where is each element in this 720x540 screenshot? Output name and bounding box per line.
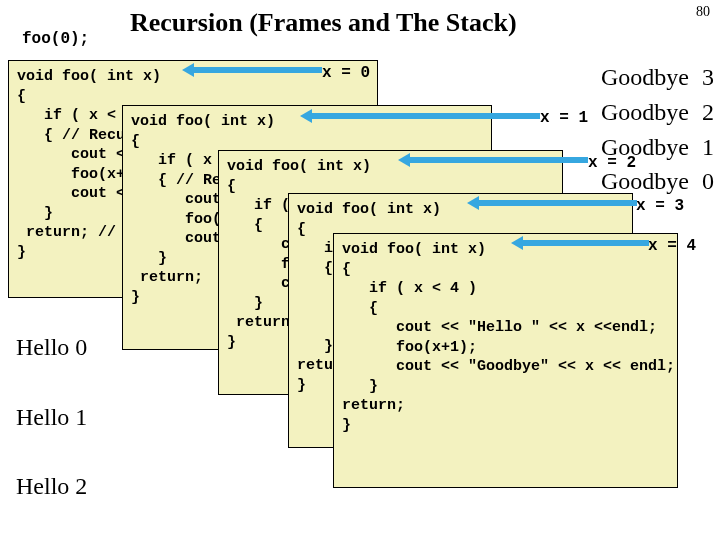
frame-1-x-label: x = 1 — [540, 109, 588, 127]
output-hello: Hello 0 Hello 1 Hello 2 Hello 3 — [16, 330, 87, 540]
page-number: 80 — [696, 4, 710, 20]
frame-3-x-label: x = 3 — [636, 197, 684, 215]
stack-frame-4: void foo( int x) { if ( x < 4 ) { cout <… — [333, 233, 678, 488]
slide-title: Recursion (Frames and The Stack) — [130, 8, 517, 38]
frame-4-x-label: x = 4 — [648, 237, 696, 255]
slide: 80 Recursion (Frames and The Stack) foo(… — [0, 0, 720, 540]
output-goodbye: Goodbye Goodbye Goodbye Goodbye — [601, 60, 689, 199]
frame-2-x-label: x = 2 — [588, 154, 636, 172]
output-goodbye-nums: 3 2 1 0 — [702, 60, 714, 199]
invoke-call: foo(0); — [22, 30, 89, 48]
frame-0-x-label: x = 0 — [322, 64, 370, 82]
